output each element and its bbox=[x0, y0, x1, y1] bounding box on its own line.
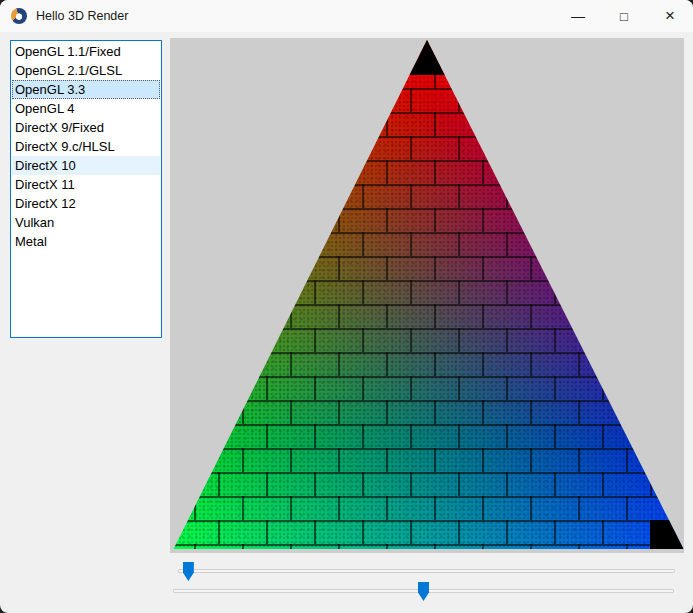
maximize-icon: □ bbox=[620, 9, 628, 24]
close-icon: × bbox=[665, 6, 675, 26]
triangle-black-tip bbox=[170, 40, 684, 75]
slider-1-track[interactable] bbox=[178, 569, 675, 573]
window-controls: — □ × bbox=[555, 0, 693, 32]
app-window: Hello 3D Render — □ × OpenGL 1.1/Fixed O… bbox=[0, 0, 693, 613]
list-item-directx-9[interactable]: DirectX 9/Fixed bbox=[12, 118, 160, 137]
slider-2[interactable] bbox=[173, 582, 674, 602]
close-button[interactable]: × bbox=[647, 0, 693, 32]
slider-1[interactable] bbox=[178, 562, 675, 582]
slider-2-thumb[interactable] bbox=[418, 582, 429, 601]
minimize-icon: — bbox=[571, 8, 585, 24]
list-item-opengl-3-3[interactable]: OpenGL 3.3 bbox=[12, 80, 160, 99]
list-item-opengl-4[interactable]: OpenGL 4 bbox=[12, 99, 160, 118]
render-viewport[interactable] bbox=[170, 38, 684, 553]
list-item-vulkan[interactable]: Vulkan bbox=[12, 213, 160, 232]
maximize-button[interactable]: □ bbox=[601, 0, 647, 32]
triangle-black-corner bbox=[650, 520, 683, 549]
minimize-button[interactable]: — bbox=[555, 0, 601, 32]
rgb-brick-triangle bbox=[170, 40, 684, 549]
list-item-opengl-2-1[interactable]: OpenGL 2.1/GLSL bbox=[12, 61, 160, 80]
list-item-directx-12[interactable]: DirectX 12 bbox=[12, 194, 160, 213]
list-item-directx-10[interactable]: DirectX 10 bbox=[12, 156, 160, 175]
list-item-directx-11[interactable]: DirectX 11 bbox=[12, 175, 160, 194]
titlebar: Hello 3D Render — □ × bbox=[0, 0, 693, 32]
app-icon bbox=[11, 8, 27, 24]
window-title: Hello 3D Render bbox=[36, 9, 128, 23]
list-item-metal[interactable]: Metal bbox=[12, 232, 160, 251]
list-item-directx-9c[interactable]: DirectX 9.c/HLSL bbox=[12, 137, 160, 156]
renderer-listbox[interactable]: OpenGL 1.1/Fixed OpenGL 2.1/GLSL OpenGL … bbox=[10, 40, 162, 338]
slider-1-thumb[interactable] bbox=[183, 562, 194, 581]
list-item-opengl-1-1[interactable]: OpenGL 1.1/Fixed bbox=[12, 42, 160, 61]
